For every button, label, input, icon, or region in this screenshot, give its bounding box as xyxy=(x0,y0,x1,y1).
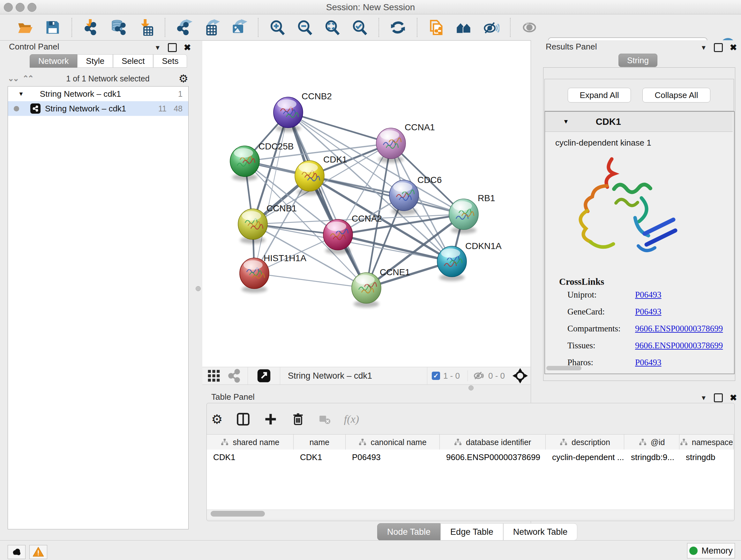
node-RB1[interactable] xyxy=(449,199,478,234)
crosslink-value-link[interactable]: P06493 xyxy=(635,358,662,368)
node-CCNA2[interactable] xyxy=(323,219,353,254)
eye-hidden-icon[interactable] xyxy=(520,18,539,37)
add-column-icon[interactable] xyxy=(264,412,278,426)
warning-button[interactable] xyxy=(29,545,47,559)
table-cell[interactable]: CDK1 xyxy=(293,449,346,465)
table-row[interactable]: CDK1CDK1P064939606.ENSP00000378699cyclin… xyxy=(207,449,734,465)
results-panel-title: Results Panel xyxy=(546,42,597,52)
node-CDC25B[interactable] xyxy=(230,146,259,181)
column-header-description[interactable]: description xyxy=(546,435,624,450)
node-CCNB2[interactable] xyxy=(273,97,303,132)
collapse-all-button[interactable]: Collapse All xyxy=(643,88,711,103)
node-CCNA1[interactable] xyxy=(376,128,406,163)
left-splitter-handle[interactable] xyxy=(196,286,201,291)
hidden-eye-icon[interactable] xyxy=(472,367,485,385)
panel-collapse-icon[interactable]: ▼ xyxy=(700,394,707,401)
panel-float-icon[interactable] xyxy=(168,43,177,52)
open-folder-icon[interactable] xyxy=(16,18,35,37)
edge-CCNB2-CCNA1[interactable] xyxy=(288,112,391,143)
results-scrollbar[interactable] xyxy=(546,366,582,370)
tab-string[interactable]: String xyxy=(618,54,657,67)
duplicate-network-icon[interactable] xyxy=(427,18,446,37)
node-HIST1H1A[interactable] xyxy=(240,258,269,293)
save-icon[interactable] xyxy=(44,18,62,37)
zoom-out-icon[interactable] xyxy=(295,18,314,37)
network-canvas[interactable]: CCNB2CCNA1CDC25BCDK1CDC6RB1CCNB1CCNA2CDK… xyxy=(202,41,530,367)
table-h-scrollbar[interactable] xyxy=(207,509,734,519)
import-table-icon[interactable] xyxy=(137,18,155,37)
tab-sets[interactable]: Sets xyxy=(153,54,187,68)
collapse-all-icon[interactable]: ⌄⌄ xyxy=(8,74,18,83)
zoom-in-icon[interactable] xyxy=(268,18,286,37)
zoom-selected-icon[interactable] xyxy=(350,18,369,37)
table-options-gear-icon[interactable]: ⚙ xyxy=(211,412,223,427)
grid-view-icon[interactable] xyxy=(207,367,221,385)
tab-network[interactable]: Network xyxy=(30,54,77,68)
crosslink-value-link[interactable]: 9606.ENSP00000378699 xyxy=(635,324,723,334)
panel-close-icon[interactable]: ✖ xyxy=(730,393,737,403)
panel-float-icon[interactable] xyxy=(714,43,723,52)
export-network-icon[interactable] xyxy=(175,18,193,37)
node-CDKN1A[interactable] xyxy=(437,246,467,281)
share-view-icon[interactable] xyxy=(227,367,241,385)
column-header-shared-name[interactable]: shared name xyxy=(207,435,293,450)
column-header--id[interactable]: @id xyxy=(624,435,679,450)
node-CCNE1[interactable] xyxy=(352,273,381,307)
tab-style[interactable]: Style xyxy=(77,54,113,68)
tab-network-table[interactable]: Network Table xyxy=(503,523,578,541)
bottom-splitter-handle[interactable] xyxy=(468,385,474,390)
network-options-gear-icon[interactable]: ⚙ xyxy=(179,72,188,85)
node-CCNB1[interactable] xyxy=(238,209,267,244)
network-home-icon[interactable] xyxy=(455,18,473,37)
table-cell[interactable]: 9606.ENSP00000378699 xyxy=(440,449,546,465)
table-cell[interactable]: stringdb xyxy=(679,449,734,465)
panel-close-icon[interactable]: ✖ xyxy=(184,43,191,53)
zoom-fit-icon[interactable] xyxy=(323,18,341,37)
table-cell[interactable]: stringdb:9... xyxy=(624,449,679,465)
automation-cloud-button[interactable] xyxy=(8,545,25,559)
import-database-icon[interactable] xyxy=(109,18,128,37)
table-h-scrollbar-thumb[interactable] xyxy=(211,511,265,516)
network-row[interactable]: String Network – cdk1 11 48 xyxy=(8,101,188,116)
network-collection-row[interactable]: ▼ String Network – cdk1 1 xyxy=(8,86,188,101)
crosslink-value-link[interactable]: 9606.ENSP00000378699 xyxy=(635,341,723,351)
tab-select[interactable]: Select xyxy=(113,54,153,68)
tab-node-table[interactable]: Node Table xyxy=(377,523,441,541)
table-cell[interactable]: cyclin-dependent ... xyxy=(546,449,624,465)
tree-expander-icon[interactable]: ▼ xyxy=(18,91,24,98)
column-header-database-identifier[interactable]: database identifier xyxy=(440,435,546,450)
table-toolbar: ⚙ f(x) xyxy=(211,409,359,429)
show-columns-icon[interactable] xyxy=(236,412,250,426)
column-header-canonical-name[interactable]: canonical name xyxy=(346,435,440,450)
column-header-name[interactable]: name xyxy=(293,435,346,450)
crosslink-value-link[interactable]: P06493 xyxy=(635,307,662,317)
column-header-namespace[interactable]: namespace xyxy=(679,435,734,450)
panel-close-icon[interactable]: ✖ xyxy=(730,43,737,53)
expand-all-button[interactable]: Expand All xyxy=(568,88,631,103)
open-in-window-icon[interactable] xyxy=(257,367,271,385)
panel-collapse-icon[interactable]: ▼ xyxy=(700,44,707,51)
import-network-icon[interactable] xyxy=(82,18,100,37)
export-image-icon[interactable] xyxy=(230,18,248,37)
panel-float-icon[interactable] xyxy=(714,393,723,402)
delete-column-icon[interactable] xyxy=(291,412,305,426)
edge-CCNE1-HIST1H1A[interactable] xyxy=(254,273,366,288)
node-CDC6[interactable] xyxy=(389,180,419,215)
node-result-header[interactable]: ▼ CDK1 xyxy=(545,112,733,132)
node-CDK1[interactable] xyxy=(295,161,324,195)
table-cell[interactable]: P06493 xyxy=(346,449,440,465)
network-graph[interactable]: CCNB2CCNA1CDC25BCDK1CDC6RB1CCNB1CCNA2CDK… xyxy=(202,41,530,367)
memory-button[interactable]: Memory xyxy=(687,543,735,558)
panel-collapse-icon[interactable]: ▼ xyxy=(154,44,161,51)
tab-edge-table[interactable]: Edge Table xyxy=(441,523,503,541)
export-table-icon[interactable] xyxy=(202,18,221,37)
birds-eye-icon[interactable] xyxy=(513,367,528,385)
table-cell[interactable]: CDK1 xyxy=(207,449,293,465)
selected-checkbox-icon[interactable]: ✓ xyxy=(432,372,440,380)
refresh-icon[interactable] xyxy=(389,18,407,37)
edge-CCNB2-HIST1H1A[interactable] xyxy=(254,112,288,273)
crosslink-value-link[interactable]: P06493 xyxy=(635,290,662,300)
eye-visible-icon[interactable] xyxy=(482,18,500,37)
expand-all-icon[interactable]: ⌃⌃ xyxy=(22,74,32,83)
collapse-entry-icon[interactable]: ▼ xyxy=(563,118,569,125)
